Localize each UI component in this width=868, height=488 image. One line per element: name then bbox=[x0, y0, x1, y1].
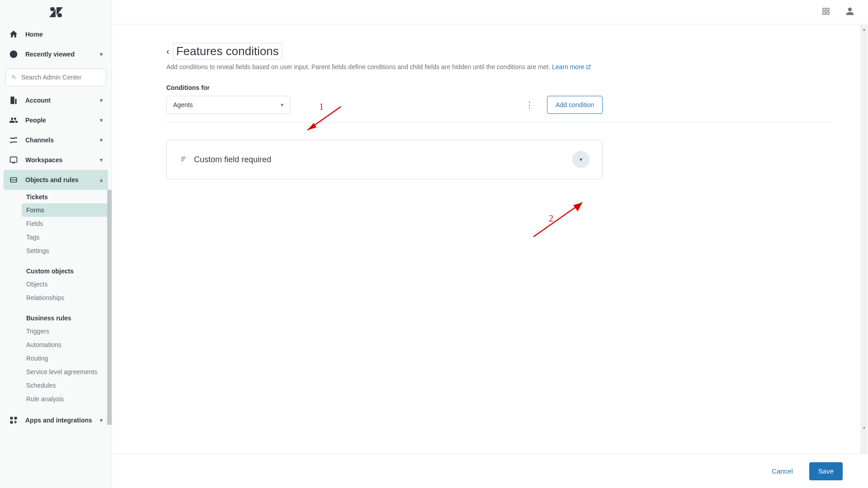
search-wrap bbox=[0, 64, 112, 90]
home-icon bbox=[9, 30, 18, 39]
scroll-down-icon[interactable]: ▾ bbox=[860, 423, 868, 432]
nav-account[interactable]: Account ▾ bbox=[0, 90, 112, 110]
nav-people[interactable]: People ▾ bbox=[0, 110, 112, 130]
scroll-up-icon[interactable]: ▴ bbox=[860, 25, 868, 33]
external-link-icon bbox=[586, 65, 591, 70]
search-box[interactable] bbox=[5, 68, 106, 86]
nav-label: People bbox=[25, 117, 46, 124]
svg-rect-6 bbox=[823, 8, 825, 10]
sidebar: Home Recently viewed ▾ Account ▾ People … bbox=[0, 0, 112, 488]
main-scroll[interactable]: ‹ Features conditions Add conditions to … bbox=[112, 25, 868, 488]
zendesk-logo-icon bbox=[49, 7, 63, 17]
nav-apps[interactable]: Apps and integrations ▾ bbox=[0, 410, 112, 430]
chevron-down-icon: ▾ bbox=[281, 102, 283, 108]
nav-label: Channels bbox=[25, 136, 54, 144]
subnav-group-rules: Business rules bbox=[26, 311, 104, 324]
conditions-for-select[interactable]: Agents ▾ bbox=[166, 96, 290, 114]
cancel-button[interactable]: Cancel bbox=[765, 463, 799, 479]
subnav-objects: Tickets Forms Fields Tags Settings Custo… bbox=[0, 190, 112, 406]
subnav-objects[interactable]: Objects bbox=[26, 277, 104, 291]
nav-recently-viewed[interactable]: Recently viewed ▾ bbox=[0, 44, 112, 64]
subnav-automations[interactable]: Automations bbox=[26, 338, 104, 352]
nav-objects-and-rules[interactable]: Objects and rules ▴ bbox=[4, 170, 108, 190]
chevron-down-icon: ▾ bbox=[100, 157, 103, 163]
objects-icon bbox=[9, 175, 18, 184]
card-left: Custom field required bbox=[179, 155, 271, 164]
conditions-label: Conditions for bbox=[166, 84, 290, 91]
subnav-forms[interactable]: Forms bbox=[22, 203, 107, 217]
sidebar-scrollbar[interactable] bbox=[107, 190, 112, 430]
subnav-group-tickets: Tickets bbox=[26, 190, 104, 203]
people-icon bbox=[9, 116, 18, 125]
subnav-triggers[interactable]: Triggers bbox=[26, 324, 104, 338]
chevron-up-icon: ▴ bbox=[100, 177, 103, 183]
clock-icon bbox=[9, 50, 18, 59]
nav-workspaces[interactable]: Workspaces ▾ bbox=[0, 150, 112, 170]
main-scrollbar[interactable]: ▴ ▾ bbox=[860, 25, 868, 488]
list-icon bbox=[179, 155, 188, 164]
conditions-right: ⋮ Add condition bbox=[525, 96, 603, 114]
condition-card: Custom field required ▾ bbox=[166, 140, 603, 179]
topbar bbox=[112, 0, 868, 24]
nav-label: Workspaces bbox=[25, 156, 62, 164]
building-icon bbox=[9, 96, 18, 105]
subnav-tags[interactable]: Tags bbox=[26, 230, 104, 244]
svg-rect-2 bbox=[10, 157, 17, 162]
nav-label: Objects and rules bbox=[25, 176, 78, 183]
card-title: Custom field required bbox=[194, 155, 271, 164]
nav-label: Account bbox=[25, 97, 51, 104]
chevron-down-icon: ▾ bbox=[100, 417, 103, 423]
learn-more-link[interactable]: Learn more bbox=[552, 63, 591, 70]
nav-channels[interactable]: Channels ▾ bbox=[0, 130, 112, 150]
subnav-fields[interactable]: Fields bbox=[26, 217, 104, 230]
main-content: ‹ Features conditions Add conditions to … bbox=[112, 25, 868, 179]
back-icon[interactable]: ‹ bbox=[166, 46, 170, 56]
svg-point-0 bbox=[50, 7, 55, 11]
svg-rect-7 bbox=[827, 8, 829, 10]
subnav-settings[interactable]: Settings bbox=[26, 244, 104, 258]
nav-label: Apps and integrations bbox=[25, 417, 92, 424]
conditions-bar: Conditions for Agents ▾ ⋮ Add condition bbox=[166, 84, 603, 114]
chevron-down-icon: ▾ bbox=[100, 117, 103, 123]
nav-label: Home bbox=[25, 31, 43, 38]
page-header: ‹ Features conditions bbox=[166, 43, 832, 60]
svg-rect-4 bbox=[14, 417, 17, 420]
apps-grid-icon[interactable] bbox=[822, 7, 830, 17]
expand-card-button[interactable]: ▾ bbox=[572, 151, 590, 168]
page-title: Features conditions bbox=[173, 43, 282, 60]
subnav-sla[interactable]: Service level agreements bbox=[26, 365, 104, 379]
page-description: Add conditions to reveal fields based on… bbox=[166, 63, 832, 70]
svg-rect-8 bbox=[823, 12, 825, 14]
subnav-group-custom: Custom objects bbox=[26, 264, 104, 277]
footer-bar: Cancel Save bbox=[112, 454, 868, 488]
select-value: Agents bbox=[173, 101, 193, 108]
chevron-down-icon: ▾ bbox=[100, 51, 103, 57]
chevron-down-icon: ▾ bbox=[100, 137, 103, 143]
subnav-schedules[interactable]: Schedules bbox=[26, 379, 104, 392]
save-button[interactable]: Save bbox=[809, 462, 843, 480]
apps-icon bbox=[9, 416, 18, 425]
logo bbox=[0, 0, 112, 24]
nav-label: Recently viewed bbox=[25, 51, 75, 58]
subnav-relationships[interactable]: Relationships bbox=[26, 291, 104, 305]
profile-icon[interactable] bbox=[845, 7, 854, 17]
search-input[interactable] bbox=[21, 74, 100, 81]
svg-point-1 bbox=[57, 13, 62, 17]
chevron-down-icon: ▾ bbox=[580, 156, 582, 163]
chevron-down-icon: ▾ bbox=[100, 97, 103, 103]
add-condition-button[interactable]: Add condition bbox=[547, 96, 603, 114]
search-icon bbox=[11, 74, 17, 81]
nav-home[interactable]: Home bbox=[0, 24, 112, 44]
workspaces-icon bbox=[9, 155, 18, 164]
subnav-rule-analysis[interactable]: Rule analysis bbox=[26, 392, 104, 406]
conditions-left: Conditions for Agents ▾ bbox=[166, 84, 290, 114]
divider bbox=[166, 122, 832, 122]
desc-text: Add conditions to reveal fields based on… bbox=[166, 63, 552, 70]
svg-rect-3 bbox=[10, 417, 13, 420]
svg-rect-9 bbox=[827, 12, 829, 14]
svg-rect-5 bbox=[10, 421, 13, 424]
more-menu-icon[interactable]: ⋮ bbox=[525, 100, 533, 110]
subnav-routing[interactable]: Routing bbox=[26, 352, 104, 365]
channels-icon bbox=[9, 136, 18, 145]
